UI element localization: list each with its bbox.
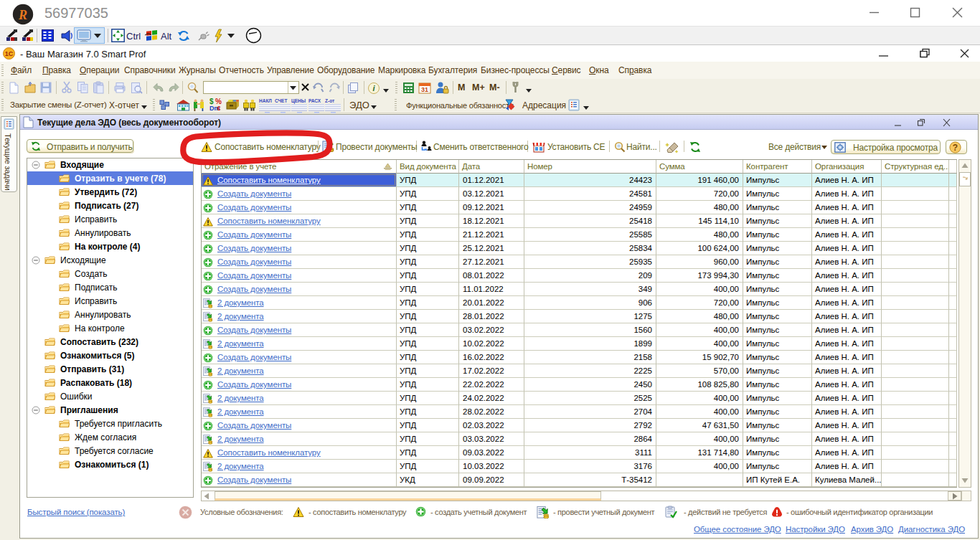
svg-text:1C: 1C	[5, 50, 14, 57]
svg-text:?: ?	[953, 143, 958, 153]
svg-text:31: 31	[421, 86, 428, 93]
svg-text:€: €	[217, 105, 221, 112]
svg-text:R: R	[18, 8, 27, 22]
